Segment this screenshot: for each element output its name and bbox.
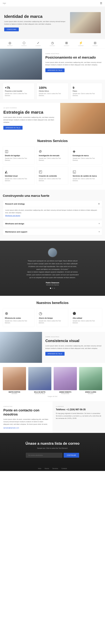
testimonial-dot-2[interactable] [52,288,53,289]
service-card-2: ⊘ Investigación de mercado Sample text. … [37,146,68,164]
accordion-title-1: Research and strategy [5,203,25,205]
strategy-label: LO QUE HACEMOS [3,107,57,108]
service-card-3: ◈ Estrategia de marca Sample text. Click… [71,146,102,164]
team-role-4: Secretario [79,393,102,394]
hero-text: Identidad de marca Lorem ipsum dolor sit… [4,14,67,31]
stat-label-2: Clientes felices [39,90,66,92]
icon-contact-2: ⬡ [21,41,27,45]
stat-label-3: Paises [73,90,100,92]
newsletter-title: Únase a nuestra lista de correo [4,441,101,446]
accordion-header-3[interactable]: Maintenance and support + [3,228,102,235]
icon-item-6[interactable]: ⚡ COMPANY [78,41,84,46]
accordion-link-1[interactable]: Wireframe and design [5,215,100,216]
icon-item-3[interactable]: ✓ CONTACT [36,41,41,46]
benefits-grid: ⊕ Eficiencia de costes Sample text. Clic… [3,308,102,327]
accordion-body-1: Lorem ipsum dolor sit amet, consectetur … [3,207,102,219]
icon-contact-7: ⊟ [92,41,98,45]
service-card-4: ◭ Identidad visual Sample text. Click to… [3,166,34,185]
team-section: BERTIE NORTON Secretario BOLA DE MATTE G… [0,363,105,402]
newsletter-email-input[interactable] [26,453,62,458]
service-icon-5: ◰ [39,170,66,174]
icon-label-5: CONTACT [64,45,69,46]
team-card-1: BERTIE NORTON Secretario [3,367,26,394]
service-name-6: Servicios de cambio de marca [73,175,100,177]
benefit-desc-2: Sample text. Click to select the Text El… [39,320,66,324]
contact-email[interactable]: ejemplo@ejemplo.com [3,427,49,429]
visual-cta-button[interactable]: APRENDER DE TALLE [45,352,65,356]
hero-section: Identidad de marca Lorem ipsum dolor sit… [0,6,105,39]
icon-item-5[interactable]: ⊞ CONTACT [64,41,69,46]
accordion-header-2[interactable]: Wireframe and design + [3,220,102,227]
icon-company-1: ⚡ [78,41,84,45]
navigation: logo ☰ [0,0,105,6]
stat-number-2: 100% [39,86,66,90]
about-cta-button[interactable]: APRENDER DE TALLE [45,68,65,72]
service-name-4: Identidad visual [5,175,32,177]
footer-link-2[interactable]: Acerca [45,468,49,469]
icon-label-7: CONTACT [92,45,98,46]
testimonial-section: "Neque porro quisquam est, qui dolores e… [0,241,105,296]
visual-image [0,332,42,363]
building-section: Construyendo una marca fuerte Research a… [0,190,105,241]
service-desc-5: Sample text. Click to select the Text El… [39,178,66,182]
service-name-5: Creación de contenido [39,175,66,177]
strategy-cta-button[interactable]: APRENDER DE TALLE [3,126,22,130]
stat-card-3: 9 Paises Sample text. Click to select th… [71,83,102,100]
icon-item-2[interactable]: ⬡ CONTACT [21,41,27,46]
benefit-desc-3: Sample text. Click to select the Text El… [73,320,100,324]
team-avatar-2 [28,367,52,390]
benefit-name-3: Alta calidad [73,317,100,319]
services-title: Nuestros Servicios [3,139,102,143]
stat-desc-3: Sample text. Click to select the Text El… [73,93,100,97]
hamburger-icon[interactable]: ☰ [100,2,102,5]
about-label: SOBRE NOSOTROS [45,53,102,54]
contact-label: CONTACTOS [3,406,49,407]
icon-contact-1: ◎ [7,41,13,45]
service-desc-3: Sample text. Click to select the Text El… [73,158,100,162]
team-role-3: Recepcionista [54,393,77,394]
accordion-plus-icon-2: + [99,222,100,225]
hero-title: Identidad de marca [4,14,67,19]
accordion-item-3: Maintenance and support + [3,228,102,235]
visual-section: SOBRE NOSOTROS Consistencia visual Lorem… [0,332,105,363]
service-icon-1: ◫ [5,149,32,154]
about-title: Posicionamiento en el mercado [45,56,102,60]
footer-link-1[interactable]: Inicio [38,468,41,469]
icons-row: ◎ CONTACT ⬡ CONTACT ✓ CONTACT ◷ CONTACT … [0,39,105,49]
testimonial-dot-1[interactable] [50,288,51,289]
nav-logo: logo [3,2,6,4]
strategy-section: LO QUE HACEMOS Estrategia de marca Lorem… [0,103,105,134]
visual-label: SOBRE NOSOTROS [45,336,102,338]
hero-image [70,12,101,33]
icon-item-7[interactable]: ⊟ CONTACT [92,41,98,46]
team-avatar-4 [79,367,102,390]
accordion-item-1: Research and strategy ✕ Lorem ipsum dolo… [3,200,102,219]
icon-item-4[interactable]: ◷ CONTACT [50,41,55,46]
team-avatar-1 [3,367,26,390]
team-name-3: JENNIE ROBERTS [54,391,77,393]
newsletter-submit-button[interactable]: CONTINUAR [64,453,79,458]
team-caption: Imagen de fotol [3,396,102,397]
benefit-name-1: Eficiencia de costes [5,317,32,319]
testimonial-dot-3[interactable] [54,288,55,289]
footer-link-4[interactable]: Contacto [61,468,67,469]
footer-link-3[interactable]: Servicios [52,468,58,469]
hero-cta-button[interactable]: CONOCE MAS [4,28,19,31]
benefit-desc-1: Sample text. Click to select the Text El… [5,320,32,324]
accordion-header-1[interactable]: Research and strategy ✕ [3,200,102,207]
newsletter-section: Únase a nuestra lista de correo Sample t… [0,433,105,466]
testimonial-role: Director de empresa [46,284,59,286]
benefit-icon-3: ⬟ [73,311,100,316]
benefit-card-3: ⬟ Alta calidad Sample text. Click to sel… [71,308,102,327]
strategy-description: Lorem ipsum dolor sit amet, consectetur … [3,116,57,124]
accordion-title-3: Maintenance and support [5,231,27,233]
accordion-item-2: Wireframe and design + [3,220,102,227]
team-name-2: BOLA DE MATTE [28,391,52,393]
building-title: Construyendo una marca fuerte [3,194,102,198]
service-desc-1: Sample text. Click to select the Text El… [5,158,32,162]
icon-label-2: CONTACT [21,45,27,46]
visual-title: Consistencia visual [45,339,102,343]
icon-item-1[interactable]: ◎ CONTACT [7,41,13,46]
contact-phone-desc: El map.jpeg originator id amet bibendum.… [56,412,102,420]
services-section: Nuestros Servicios ◫ Diseño de logotipo … [0,134,105,190]
